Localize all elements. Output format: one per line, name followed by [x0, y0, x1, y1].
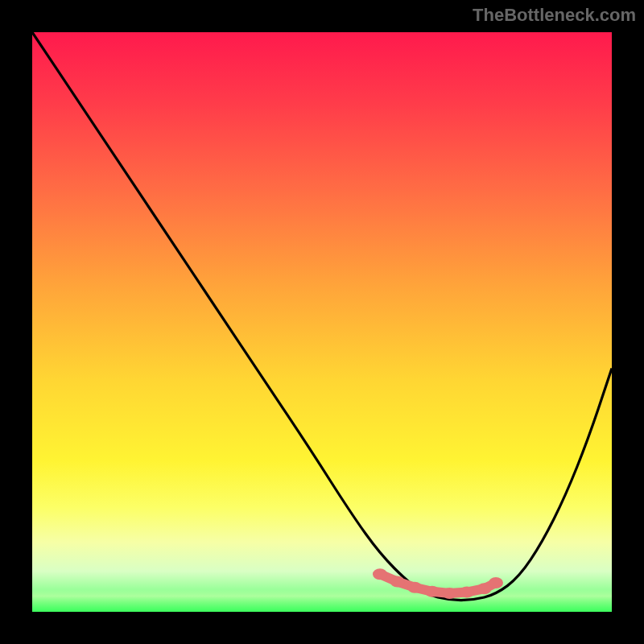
bottleneck-curve-line	[32, 32, 612, 601]
plot-area	[32, 32, 612, 612]
flat-marker	[425, 586, 440, 597]
flat-region-markers	[373, 568, 503, 599]
flat-marker	[373, 568, 387, 580]
flat-marker	[460, 587, 474, 598]
watermark-text: TheBottleneck.com	[473, 5, 636, 26]
flat-marker	[489, 577, 503, 588]
bottleneck-curve-svg	[32, 32, 612, 612]
chart-frame: TheBottleneck.com	[0, 0, 644, 644]
flat-marker	[442, 588, 456, 599]
flat-marker	[390, 576, 405, 588]
flat-marker	[407, 582, 422, 593]
